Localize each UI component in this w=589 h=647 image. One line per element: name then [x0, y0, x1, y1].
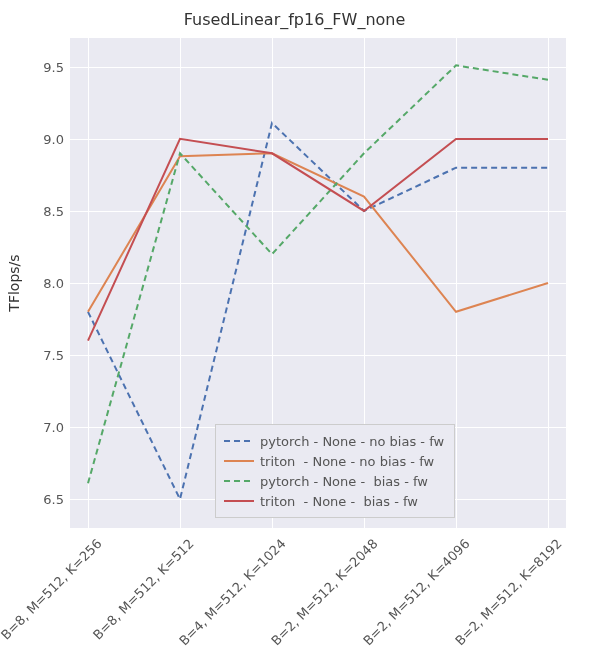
legend-swatch [224, 436, 254, 446]
legend-swatch [224, 456, 254, 466]
legend-entry: pytorch - None - no bias - fw [224, 431, 444, 451]
x-tick-label: B=2, M=512, K=2048 [268, 536, 380, 647]
legend-label: triton - None - no bias - fw [260, 454, 434, 469]
legend-entry: pytorch - None - bias - fw [224, 471, 444, 491]
series-line [88, 139, 548, 341]
y-tick-label: 9.5 [0, 59, 64, 74]
legend-label: triton - None - bias - fw [260, 494, 418, 509]
y-tick-label: 9.0 [0, 131, 64, 146]
y-tick-label: 8.5 [0, 203, 64, 218]
y-tick-label: 6.5 [0, 492, 64, 507]
x-tick-label: B=2, M=512, K=8192 [452, 536, 564, 647]
legend-label: pytorch - None - bias - fw [260, 474, 428, 489]
legend-entry: triton - None - no bias - fw [224, 451, 444, 471]
legend-label: pytorch - None - no bias - fw [260, 434, 444, 449]
x-tick-label: B=4, M=512, K=1024 [176, 536, 288, 647]
chart-plot-area: pytorch - None - no bias - fwtriton - No… [70, 38, 566, 528]
y-tick-label: 7.0 [0, 420, 64, 435]
legend-swatch [224, 476, 254, 486]
series-line [88, 65, 548, 483]
chart-title: FusedLinear_fp16_FW_none [0, 10, 589, 29]
chart-legend: pytorch - None - no bias - fwtriton - No… [215, 424, 455, 518]
x-tick-label: B=8, M=512, K=256 [0, 536, 105, 643]
legend-entry: triton - None - bias - fw [224, 491, 444, 511]
x-tick-label: B=8, M=512, K=512 [90, 536, 197, 643]
y-tick-label: 7.5 [0, 348, 64, 363]
legend-swatch [224, 496, 254, 506]
y-tick-label: 8.0 [0, 276, 64, 291]
x-tick-label: B=2, M=512, K=4096 [360, 536, 472, 647]
